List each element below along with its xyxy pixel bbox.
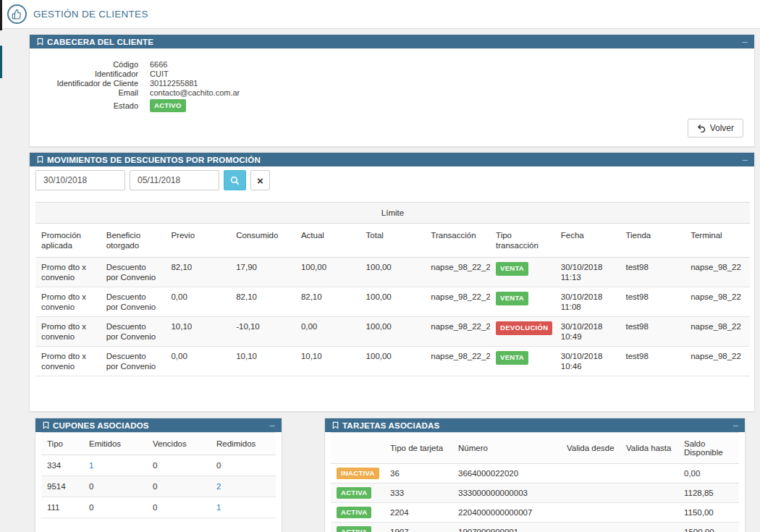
cupones-table: TipoEmitidosVencidosRedimidos 3341009514… bbox=[41, 432, 276, 518]
limite-group-header: Límite bbox=[35, 203, 750, 224]
cell-actual: 100,00 bbox=[295, 258, 360, 287]
cell-promocion: Promo dto x convenio bbox=[35, 258, 101, 287]
cell: 0 bbox=[83, 476, 147, 497]
column-header: Saldo Disponible bbox=[678, 433, 739, 464]
cell-consumido: 82,10 bbox=[230, 287, 295, 317]
collapse-button[interactable]: – bbox=[743, 155, 748, 164]
collapse-button[interactable]: – bbox=[270, 421, 275, 430]
panel-cupones-header: CUPONES ASOCIADOS – bbox=[35, 418, 282, 432]
cell-terminal: napse_98_22 bbox=[685, 317, 750, 347]
field-estado: Estado ACTIVO bbox=[30, 99, 754, 112]
reply-icon bbox=[697, 124, 706, 132]
cell-tipo-tarjeta: 2204 bbox=[384, 503, 452, 523]
panel-cabecera: CABECERA DEL CLIENTE – Código 6666 Ident… bbox=[29, 34, 755, 147]
table-row: 9514002 bbox=[41, 476, 276, 497]
column-header: Tienda bbox=[620, 224, 685, 258]
count-link[interactable]: 2 bbox=[216, 482, 221, 491]
field-label: Estado bbox=[30, 101, 138, 111]
cell-estado: ACTIVA bbox=[331, 523, 384, 532]
transaction-type-badge: DEVOLUCIÓN bbox=[496, 321, 552, 335]
cell-numero: 1907000000001 bbox=[452, 523, 561, 532]
card-status-badge: ACTIVA bbox=[337, 487, 371, 499]
cell-tipo-transaccion: VENTA bbox=[490, 258, 555, 287]
field-identificador-cliente: Identificador de Cliente 30112255881 bbox=[30, 79, 754, 88]
card-status-badge: ACTIVA bbox=[337, 526, 371, 532]
volver-button[interactable]: Volver bbox=[688, 119, 743, 138]
field-label: Identificador de Cliente bbox=[30, 79, 138, 88]
cell-valida-hasta bbox=[620, 464, 678, 484]
cell-transaccion: napse_98_22_20181030104922 bbox=[425, 317, 490, 347]
cell-numero: 2204000000000007 bbox=[452, 503, 561, 523]
cell: 111 bbox=[41, 497, 83, 518]
cell-fecha: 30/10/201811:08 bbox=[555, 287, 620, 317]
cell-valida-desde bbox=[561, 523, 620, 532]
status-badge: ACTIVO bbox=[150, 99, 186, 112]
column-header: Transacción bbox=[425, 224, 490, 258]
cell-valida-desde bbox=[561, 464, 620, 484]
count-link[interactable]: 1 bbox=[216, 503, 221, 512]
bookmark-icon bbox=[36, 38, 44, 46]
cell-valida-desde bbox=[561, 484, 620, 503]
cell-promocion: Promo dto x convenio bbox=[35, 317, 101, 347]
cell-numero: 333000000000003 bbox=[452, 484, 561, 503]
left-edge-strip-sidebar[interactable] bbox=[0, 46, 2, 78]
close-icon: × bbox=[257, 174, 263, 187]
cell-valida-desde bbox=[561, 503, 620, 523]
tarjetas-table: Tipo de tarjetaNúmeroValida desdeValida … bbox=[331, 432, 739, 532]
column-header: Tipo transacción bbox=[490, 224, 555, 258]
cell-estado: ACTIVA bbox=[331, 503, 384, 523]
field-codigo: Código 6666 bbox=[30, 60, 754, 69]
cell-fecha: 30/10/201811:13 bbox=[555, 258, 620, 287]
bookmark-icon bbox=[332, 421, 339, 429]
table-row: Promo dto x convenioDescuento por Conven… bbox=[35, 317, 750, 347]
cell-actual: 10,10 bbox=[295, 347, 360, 376]
panel-cupones-title: CUPONES ASOCIADOS bbox=[53, 421, 149, 430]
cell-terminal: napse_98_22 bbox=[685, 287, 750, 317]
cell-tipo-tarjeta: 36 bbox=[384, 464, 452, 484]
panel-cabecera-title: CABECERA DEL CLIENTE bbox=[47, 38, 153, 46]
cell-beneficio: Descuento por Convenio bbox=[101, 287, 166, 317]
cell-actual: 82,10 bbox=[295, 287, 360, 317]
cell-previo: 0,00 bbox=[165, 347, 230, 376]
cell-tienda: test98 bbox=[620, 317, 685, 347]
cell-consumido: -10,10 bbox=[230, 317, 295, 347]
cell-tipo-transaccion: VENTA bbox=[490, 287, 555, 317]
cell: 334 bbox=[41, 455, 83, 476]
card-status-badge: INACTIVA bbox=[337, 468, 379, 479]
column-header: Vencidos bbox=[147, 433, 211, 455]
search-icon bbox=[230, 176, 240, 185]
search-button[interactable] bbox=[224, 170, 246, 190]
date-from-input[interactable] bbox=[35, 170, 125, 190]
card-status-badge: ACTIVA bbox=[337, 507, 371, 518]
panel-tarjetas-title: TARJETAS ASOCIADAS bbox=[342, 421, 439, 430]
cell-actual: 0,00 bbox=[295, 317, 360, 347]
column-header: Tipo bbox=[41, 433, 83, 455]
thumbs-up-logo-icon[interactable] bbox=[7, 4, 27, 24]
cell-saldo: 0,00 bbox=[678, 464, 739, 484]
clear-filter-button[interactable]: × bbox=[250, 170, 270, 190]
column-header: Actual bbox=[295, 224, 360, 258]
collapse-button[interactable]: – bbox=[743, 37, 748, 46]
cell-beneficio: Descuento por Convenio bbox=[101, 347, 166, 376]
cell-tipo-tarjeta: 333 bbox=[384, 484, 452, 503]
collapse-button[interactable]: – bbox=[733, 421, 738, 430]
column-header: Previo bbox=[165, 224, 230, 258]
panel-tarjetas-header: TARJETAS ASOCIADAS – bbox=[325, 418, 745, 432]
date-to-input[interactable] bbox=[130, 170, 219, 190]
cell-terminal: napse_98_22 bbox=[685, 258, 750, 287]
table-row: 334100 bbox=[41, 455, 276, 476]
count-link[interactable]: 1 bbox=[89, 461, 93, 470]
transaction-type-badge: VENTA bbox=[496, 292, 528, 305]
cell-estado: ACTIVA bbox=[331, 484, 384, 503]
cell-saldo: 1500,00 bbox=[678, 523, 739, 532]
panel-movimientos-title: MOVIMIENTOS DE DESCUENTOS POR PROMOCIÓN bbox=[47, 156, 261, 164]
cell-total: 100,00 bbox=[360, 258, 426, 287]
cell-estado: INACTIVA bbox=[331, 464, 384, 484]
field-value: 30112255881 bbox=[150, 79, 198, 88]
movimientos-table: Límite Promoción aplicadaBeneficio otorg… bbox=[35, 202, 750, 376]
cell: 0 bbox=[147, 455, 211, 476]
column-header: Número bbox=[452, 433, 561, 464]
panel-movimientos-header: MOVIMIENTOS DE DESCUENTOS POR PROMOCIÓN … bbox=[30, 153, 754, 166]
panel-cupones: CUPONES ASOCIADOS – TipoEmitidosVencidos… bbox=[35, 418, 282, 532]
column-header: Promoción aplicada bbox=[35, 224, 101, 258]
